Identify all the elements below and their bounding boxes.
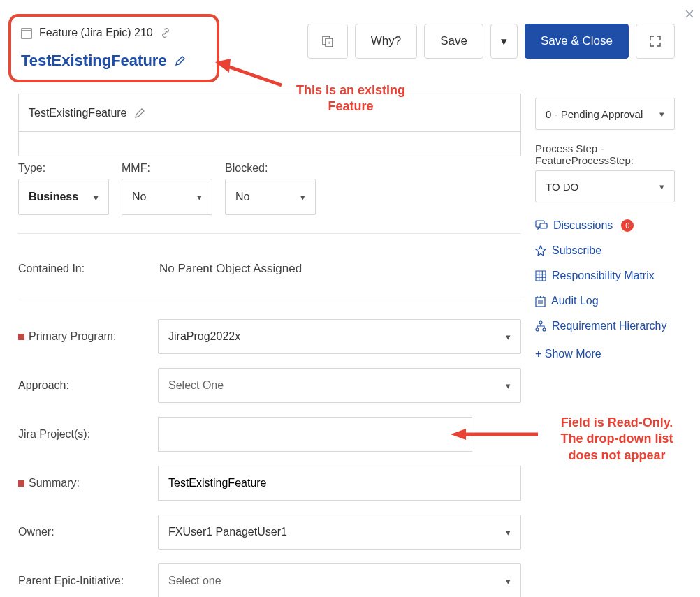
show-more-link[interactable]: + Show More [535, 348, 693, 360]
jira-projects-label: Jira Project(s): [18, 428, 158, 441]
toolbar: + Why? Save ▾ Save & Close [307, 24, 675, 59]
type-value: Business [29, 191, 78, 203]
svg-marker-5 [215, 59, 231, 73]
chevron-down-icon: ▾ [197, 192, 202, 202]
star-icon [535, 245, 546, 256]
name-value: TestExistingFeature [29, 107, 127, 119]
blocked-label: Blocked: [225, 162, 316, 175]
close-icon[interactable]: × [685, 4, 694, 24]
jira-projects-field [158, 417, 472, 452]
name-field-ext [18, 131, 521, 156]
link-icon[interactable] [160, 27, 171, 38]
owner-dropdown[interactable]: FXUser1 PanagetUser1 ▾ [158, 515, 521, 550]
primary-program-value: JiraProg2022x [168, 330, 240, 343]
approach-label: Approach: [18, 379, 158, 392]
chevron-down-icon: ▾ [506, 527, 511, 538]
chevron-down-icon: ▾ [94, 192, 99, 202]
process-step-label: Process Step - FeatureProcessStep: [535, 142, 693, 166]
requirement-hierarchy-link[interactable]: Requirement Hierarchy [535, 320, 693, 332]
process-step-value: TO DO [546, 181, 578, 193]
feature-icon [21, 27, 32, 39]
divider [18, 233, 521, 234]
title-block: Feature (Jira Epic) 210 TestExistingFeat… [8, 14, 219, 82]
save-close-button[interactable]: Save & Close [525, 24, 629, 59]
mmf-value: No [132, 191, 146, 203]
blocked-value: No [235, 191, 249, 203]
discussions-link[interactable]: Discussions 0 [535, 219, 693, 232]
expand-button[interactable] [636, 24, 675, 59]
primary-program-dropdown[interactable]: JiraProg2022x ▾ [158, 319, 521, 354]
why-button[interactable]: Why? [355, 24, 417, 59]
owner-label: Owner: [18, 526, 158, 538]
responsibility-matrix-label: Responsibility Matrix [552, 270, 655, 282]
svg-text:+: + [327, 40, 330, 46]
parent-epic-placeholder: Select one [168, 575, 221, 587]
feature-title: TestExistingFeature [21, 52, 167, 70]
approach-dropdown[interactable]: Select One ▾ [158, 368, 521, 403]
contained-in-label: Contained In: [18, 263, 158, 275]
status-dropdown[interactable]: 0 - Pending Approval ▾ [535, 98, 675, 130]
hierarchy-icon [535, 320, 546, 332]
subscribe-label: Subscribe [552, 244, 601, 257]
requirement-hierarchy-label: Requirement Hierarchy [552, 320, 667, 332]
required-indicator [18, 480, 24, 487]
process-step-dropdown[interactable]: TO DO ▾ [535, 170, 675, 202]
type-label: Type: [18, 162, 109, 175]
svg-marker-18 [451, 429, 466, 440]
status-value: 0 - Pending Approval [546, 108, 643, 120]
name-field[interactable]: TestExistingFeature [18, 94, 521, 131]
required-indicator [18, 334, 24, 340]
annotation-readonly: Field is Read-Only.The drop-down listdoe… [544, 415, 690, 464]
svg-rect-8 [536, 297, 545, 307]
annotation-existing-feature: This is an existingFeature [281, 82, 421, 115]
summary-input[interactable] [158, 466, 521, 501]
discussion-icon [535, 220, 548, 231]
audit-log-label: Audit Log [551, 295, 599, 307]
summary-label: Summary: [29, 477, 80, 489]
subscribe-link[interactable]: Subscribe [535, 244, 693, 257]
parent-epic-label: Parent Epic-Initiative: [18, 575, 158, 587]
type-dropdown[interactable]: Business ▾ [18, 179, 109, 215]
annotation-arrow-1 [215, 59, 285, 89]
responsibility-matrix-link[interactable]: Responsibility Matrix [535, 270, 693, 282]
chevron-down-icon: ▾ [300, 192, 305, 202]
primary-program-label: Primary Program: [29, 330, 116, 343]
svg-point-14 [539, 321, 542, 324]
log-icon [535, 295, 546, 307]
chevron-down-icon: ▾ [659, 182, 664, 192]
blocked-dropdown[interactable]: No ▾ [225, 179, 316, 215]
discussions-label: Discussions [553, 219, 613, 232]
svg-point-16 [543, 328, 546, 331]
copy-button[interactable]: + [307, 24, 348, 59]
copy-icon: + [321, 34, 335, 48]
expand-icon [649, 35, 662, 47]
contained-in-value: No Parent Object Assigned [158, 262, 302, 276]
divider [18, 300, 521, 300]
grid-icon [535, 270, 546, 281]
edit-name-icon[interactable] [134, 108, 145, 119]
parent-epic-dropdown[interactable]: Select one ▾ [158, 563, 521, 597]
edit-title-icon[interactable] [174, 54, 187, 67]
approach-placeholder: Select One [168, 379, 224, 392]
owner-value: FXUser1 PanagetUser1 [168, 526, 287, 538]
svg-rect-7 [540, 223, 547, 228]
chevron-down-icon: ▾ [506, 576, 511, 587]
mmf-dropdown[interactable]: No ▾ [122, 179, 212, 215]
save-button[interactable]: Save [424, 24, 483, 59]
feature-type-label: Feature (Jira Epic) 210 [39, 27, 153, 39]
chevron-down-icon: ▾ [659, 109, 664, 119]
chevron-down-icon: ▾ [506, 332, 511, 342]
mmf-label: MMF: [122, 162, 212, 175]
save-dropdown-button[interactable]: ▾ [490, 24, 518, 59]
audit-log-link[interactable]: Audit Log [535, 295, 693, 307]
svg-point-15 [536, 328, 539, 331]
discussions-badge: 0 [621, 219, 634, 232]
chevron-down-icon: ▾ [506, 381, 511, 391]
svg-rect-0 [22, 29, 31, 38]
annotation-arrow-2 [451, 427, 541, 441]
